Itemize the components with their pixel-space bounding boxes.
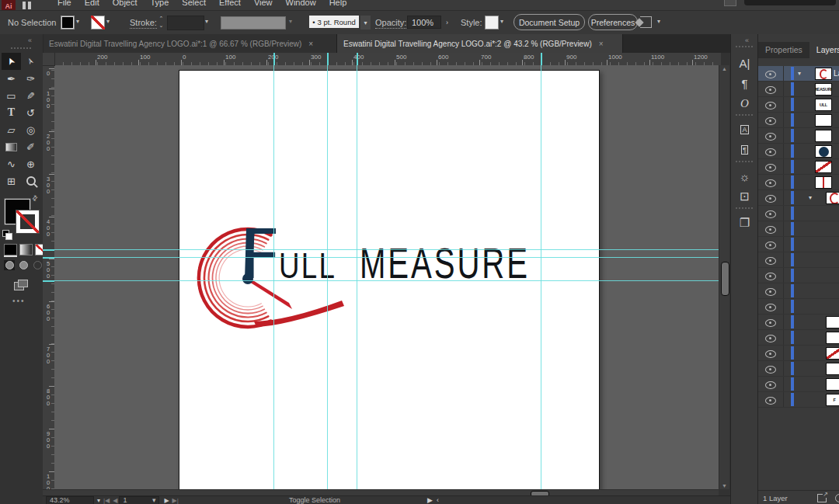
search-box[interactable] (744, 0, 836, 5)
document-tab-2[interactable]: Eswatini Digital Travelling Agency LOGO.… (337, 34, 623, 53)
brush-dropdown-button[interactable]: ▾ (360, 16, 371, 30)
ruler-corner[interactable] (43, 53, 55, 66)
visibility-eye-icon[interactable] (765, 335, 776, 342)
layer-row[interactable] (758, 361, 839, 377)
type-tool[interactable]: T (2, 104, 21, 121)
zoom-tool[interactable] (21, 172, 40, 189)
last-artboard-icon[interactable]: ▶| (172, 497, 179, 504)
layer-row[interactable] (758, 237, 839, 252)
stroke-label[interactable]: Stroke: (130, 18, 157, 29)
vertical-scrollbar[interactable]: ▲ ▼ (719, 65, 729, 489)
layer-thumbnail[interactable] (815, 161, 832, 173)
rotate-tool[interactable]: ↺ (21, 104, 40, 121)
document-setup-button[interactable]: Document Setup (513, 14, 585, 30)
layer-row[interactable] (758, 113, 839, 128)
layer-row[interactable] (758, 159, 839, 175)
layer-thumbnail[interactable] (815, 130, 832, 142)
panel-grip[interactable] (736, 207, 753, 209)
direct-selection-tool[interactable]: ➢ (21, 53, 40, 70)
layer-thumbnail[interactable] (826, 378, 839, 391)
canvas[interactable]: F ULL MEASURE (54, 65, 719, 489)
layer-thumbnail[interactable] (826, 316, 839, 328)
layer-row[interactable] (758, 175, 839, 190)
chevron-down-icon[interactable]: ▾ (97, 497, 100, 504)
width-tool[interactable]: ∿ (2, 155, 21, 172)
visibility-eye-icon[interactable] (765, 319, 776, 327)
layer-row[interactable] (758, 346, 839, 361)
align-options-icon[interactable] (640, 16, 652, 28)
visibility-eye-icon[interactable] (765, 366, 776, 374)
guide-vertical[interactable] (273, 65, 274, 489)
export-icon[interactable] (817, 494, 827, 502)
layer-thumbnail[interactable] (815, 176, 832, 189)
visibility-eye-icon[interactable] (765, 397, 776, 405)
scroll-up-icon[interactable]: ▲ (722, 66, 727, 71)
menu-file[interactable]: File (57, 0, 71, 10)
menu-type[interactable]: Type (151, 0, 169, 10)
layer-thumbnail[interactable]: MEASURE (815, 83, 832, 96)
style-swatch[interactable] (485, 16, 499, 30)
visibility-eye-icon[interactable] (765, 102, 776, 109)
panel-grip[interactable] (736, 161, 753, 162)
chevron-down-icon[interactable]: ▾ (152, 497, 156, 504)
menu-object[interactable]: Object (113, 0, 138, 10)
stroke-width-field[interactable] (167, 16, 204, 30)
visibility-eye-icon[interactable] (765, 86, 776, 94)
vertical-scroll-thumb[interactable] (721, 262, 729, 296)
chevron-down-icon[interactable]: ▾ (205, 18, 208, 25)
rectangle-tool[interactable]: ▭ (2, 87, 21, 104)
visibility-eye-icon[interactable] (765, 242, 776, 249)
menu-select[interactable]: Select (182, 0, 206, 10)
first-artboard-icon[interactable]: |◀ (103, 497, 110, 504)
draw-inside-icon[interactable] (32, 260, 43, 270)
arrange-documents-icon[interactable] (724, 0, 736, 6)
chevron-down-icon[interactable]: ▾ (76, 18, 79, 25)
opacity-label[interactable]: Opacity: (375, 18, 406, 29)
layer-thumbnail[interactable]: ULL (815, 99, 832, 111)
opentype-panel-icon[interactable]: O (731, 93, 758, 113)
paintbrush-tool[interactable]: ✎ (21, 87, 40, 104)
paragraph-panel-icon[interactable]: ¶ (731, 73, 758, 93)
clipping-mask-icon[interactable] (835, 494, 839, 502)
brush-preview[interactable] (221, 16, 286, 30)
brush-name-box[interactable]: • 3 pt. Round (309, 16, 359, 28)
panel-grip[interactable] (736, 114, 753, 116)
character-panel-icon[interactable]: A| (731, 53, 758, 73)
visibility-eye-icon[interactable] (765, 381, 776, 389)
knife-tool[interactable]: ✐ (21, 138, 40, 155)
paragraph-styles-panel-icon[interactable]: ¶ (731, 140, 758, 160)
visibility-eye-icon[interactable] (765, 210, 776, 218)
visibility-eye-icon[interactable] (765, 226, 776, 234)
panel-tab-properties[interactable]: Properties (758, 42, 809, 58)
layer-row[interactable] (758, 377, 839, 392)
panel-grip[interactable] (736, 46, 753, 47)
appearance-panel-icon[interactable]: ☼ (731, 166, 758, 186)
draw-behind-icon[interactable] (18, 260, 29, 270)
shaper-tool[interactable]: ◎ (21, 121, 40, 138)
status-extra-icons[interactable]: ▶ ‹ (427, 496, 439, 504)
layer-row[interactable]: ▾ (758, 190, 839, 206)
eraser-tool[interactable]: ▱ (2, 121, 21, 138)
layer-row[interactable] (758, 206, 839, 221)
visibility-eye-icon[interactable] (765, 71, 776, 78)
layer-row[interactable] (758, 144, 839, 159)
visibility-eye-icon[interactable] (765, 288, 776, 296)
layer-row[interactable] (758, 221, 839, 237)
guide-horizontal[interactable] (54, 280, 719, 281)
edit-toolbar-icon[interactable]: ••• (12, 297, 26, 305)
selection-tool[interactable]: ➤ (2, 53, 21, 70)
guide-vertical[interactable] (541, 65, 541, 489)
prev-artboard-icon[interactable]: ◀ (113, 497, 117, 504)
visibility-eye-icon[interactable] (765, 133, 776, 141)
layer-row[interactable]: MEASURE (758, 82, 839, 97)
layer-row[interactable] (758, 299, 839, 315)
layer-row[interactable]: ULL (758, 97, 839, 113)
chevron-down-icon[interactable]: ▾ (106, 18, 110, 25)
visibility-eye-icon[interactable] (765, 179, 776, 187)
guide-horizontal[interactable] (54, 257, 719, 258)
home-icon[interactable] (23, 2, 33, 9)
visibility-eye-icon[interactable] (765, 164, 776, 172)
screen-mode-icon[interactable] (14, 280, 26, 290)
menu-help[interactable]: Help (329, 0, 347, 10)
menu-effect[interactable]: Effect (219, 0, 241, 10)
